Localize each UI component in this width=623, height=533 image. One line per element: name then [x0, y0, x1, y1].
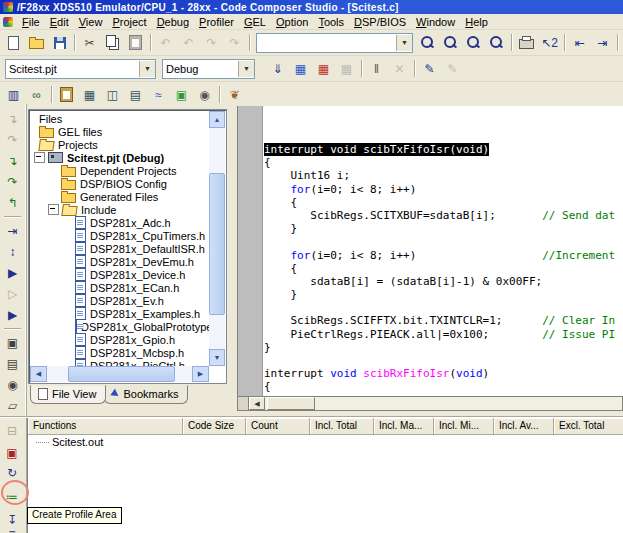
jump-forward-icon[interactable]: ⇥ — [591, 32, 614, 54]
menu-debug[interactable]: Debug — [152, 16, 194, 28]
menu-window[interactable]: Window — [411, 16, 460, 28]
code-line[interactable]: } — [264, 288, 623, 301]
code-line[interactable]: interrupt void scibRxFifoIsr(void) — [264, 367, 623, 380]
rebuild-all-icon[interactable]: ▦ — [312, 58, 335, 80]
tree-item[interactable]: Generated Files — [31, 190, 209, 203]
code-line[interactable]: ScibRegs.SCITXBUF=sdataB[i]; // Send dat — [264, 209, 623, 222]
tree-item[interactable]: DSP281x_Mcbsp.h — [31, 346, 209, 359]
save-file-icon[interactable] — [48, 32, 71, 54]
print-icon[interactable] — [515, 32, 538, 54]
code-line[interactable]: interrupt void scibTxFifoIsr(void) — [264, 143, 623, 156]
code-line[interactable]: ScibRegs.SCIFFTX.bit.TXINTCLR=1; // Clea… — [264, 314, 623, 327]
tree-item[interactable]: Include — [31, 203, 209, 216]
column-header[interactable]: Count — [246, 418, 310, 434]
tree-item[interactable]: Files — [31, 112, 209, 125]
scroll-thumb[interactable] — [209, 173, 225, 315]
column-header[interactable]: Incl. Av... — [494, 418, 554, 434]
menu-help[interactable]: Help — [460, 16, 493, 28]
find-prev-icon[interactable] — [439, 32, 462, 54]
code-line[interactable]: PieCtrlRegs.PIEACK.all|=0x100; // Issue … — [264, 328, 623, 341]
profile-view-icon[interactable]: ≡ — [2, 525, 22, 533]
editor-code-area[interactable]: interrupt void scibTxFifoIsr(void){ Uint… — [264, 106, 623, 396]
run-to-cursor-icon[interactable]: ⇥ — [2, 221, 23, 240]
tree-item[interactable]: DSP281x_Adc.h — [31, 216, 209, 229]
toggle-probe-point-icon[interactable]: ▤ — [2, 354, 23, 373]
combo-dropdown-icon[interactable]: ▼ — [139, 61, 155, 77]
code-line[interactable]: Uint16 i; — [264, 169, 623, 182]
open-file-icon[interactable] — [25, 32, 48, 54]
probe-window-icon[interactable]: ◉ — [193, 84, 216, 106]
code-line[interactable]: { — [264, 380, 623, 393]
probe-point-pen-icon[interactable]: ✎ — [418, 58, 441, 80]
probe-points-icon[interactable]: ◉ — [2, 375, 23, 394]
watch-window-icon[interactable]: ▥ — [2, 84, 25, 106]
scroll-thumb[interactable] — [68, 366, 175, 382]
column-header[interactable]: Code Size — [183, 418, 246, 434]
code-line[interactable]: } — [264, 222, 623, 235]
memory-window-icon[interactable]: ▦ — [78, 84, 101, 106]
tree-item[interactable]: DSP281x_CpuTimers.h — [31, 229, 209, 242]
toggle-breakpoint-icon[interactable]: ▣ — [2, 333, 23, 352]
disassembly-window-icon[interactable]: ▤ — [124, 84, 147, 106]
code-line[interactable]: { — [264, 156, 623, 169]
document-window-icon[interactable] — [3, 17, 13, 27]
compile-file-icon[interactable]: ⇓ — [266, 58, 289, 80]
menu-file[interactable]: File — [17, 16, 45, 28]
scroll-thumb[interactable] — [267, 397, 315, 410]
code-line[interactable]: } — [264, 341, 623, 354]
graph-window-icon[interactable]: ≈ — [147, 84, 170, 106]
find-in-files-icon[interactable] — [462, 32, 485, 54]
menu-profiler[interactable]: Profiler — [194, 16, 239, 28]
column-header[interactable]: Incl. Total — [310, 418, 374, 434]
tree-horizontal-scrollbar[interactable]: ◀ ▶ — [30, 366, 209, 382]
tree-item[interactable]: DSP281x_Ev.h — [31, 294, 209, 307]
search-combobox[interactable]: ▼ — [256, 33, 413, 53]
tab-bookmarks[interactable]: Bookmarks — [104, 385, 188, 404]
scroll-left-icon[interactable]: ◀ — [30, 366, 47, 382]
step-over-icon[interactable]: ↷ — [2, 172, 23, 191]
tree-item[interactable]: DSP281x_Gpio.h — [31, 333, 209, 346]
collapse-icon[interactable] — [48, 204, 59, 215]
menu-view[interactable]: View — [74, 16, 108, 28]
tree-item[interactable]: DSP/BIOS Config — [31, 177, 209, 190]
step-out-icon[interactable]: ↰ — [2, 193, 23, 212]
table-row[interactable]: Scitest.out — [28, 435, 623, 448]
menu-edit[interactable]: Edit — [45, 16, 74, 28]
incremental-build-icon[interactable]: ▦ — [289, 58, 312, 80]
context-help-icon[interactable]: ↖2 — [538, 32, 561, 54]
code-line[interactable]: { — [264, 262, 623, 275]
find-word-icon[interactable] — [485, 32, 508, 54]
project-combobox[interactable]: Scitest.pjt ▼ — [5, 59, 156, 79]
column-header[interactable]: Functions — [28, 418, 183, 434]
create-profile-area-icon[interactable]: ≔ — [2, 488, 22, 506]
copy-icon[interactable] — [101, 32, 124, 54]
new-file-icon[interactable] — [2, 32, 25, 54]
tree-item[interactable]: DSP281x_Device.h — [31, 268, 209, 281]
quick-watch-icon[interactable]: ∞ — [25, 84, 48, 106]
menu-dsp-bios[interactable]: DSP/BIOS — [349, 16, 411, 28]
column-header[interactable]: Excl. Total — [554, 418, 623, 434]
scroll-down-icon[interactable]: ▼ — [209, 349, 225, 366]
image-window-icon[interactable]: ▣ — [170, 84, 193, 106]
find-next-icon[interactable] — [416, 32, 439, 54]
code-line[interactable]: sdataB[i] = (sdataB[i]-1) & 0x00FF; — [264, 275, 623, 288]
editor-horizontal-scrollbar[interactable]: ◀ — [237, 396, 623, 411]
tree-item[interactable]: Projects — [31, 138, 209, 151]
editor-split-handle[interactable] — [238, 397, 249, 410]
tree-item[interactable]: GEL files — [31, 125, 209, 138]
tree-vertical-scrollbar[interactable]: ▲ ▼ — [209, 111, 225, 366]
jump-back-icon[interactable]: ⇤ — [568, 32, 591, 54]
cut-icon[interactable]: ✂ — [78, 32, 101, 54]
combo-dropdown-icon[interactable]: ▼ — [238, 61, 254, 77]
menu-option[interactable]: Option — [271, 16, 313, 28]
code-line[interactable]: { — [264, 196, 623, 209]
tree-item[interactable]: Scitest.pjt (Debug) — [31, 151, 209, 164]
code-line[interactable] — [264, 354, 623, 367]
code-line[interactable] — [264, 235, 623, 248]
scroll-left-icon[interactable]: ◀ — [249, 397, 265, 410]
menu-gel[interactable]: GEL — [239, 16, 271, 28]
register-window-icon[interactable]: ◫ — [101, 84, 124, 106]
halt-hand-icon[interactable]: ‖ — [365, 58, 388, 80]
animate-icon[interactable]: ▶ — [2, 305, 23, 324]
tree-item[interactable]: Dependent Projects — [31, 164, 209, 177]
